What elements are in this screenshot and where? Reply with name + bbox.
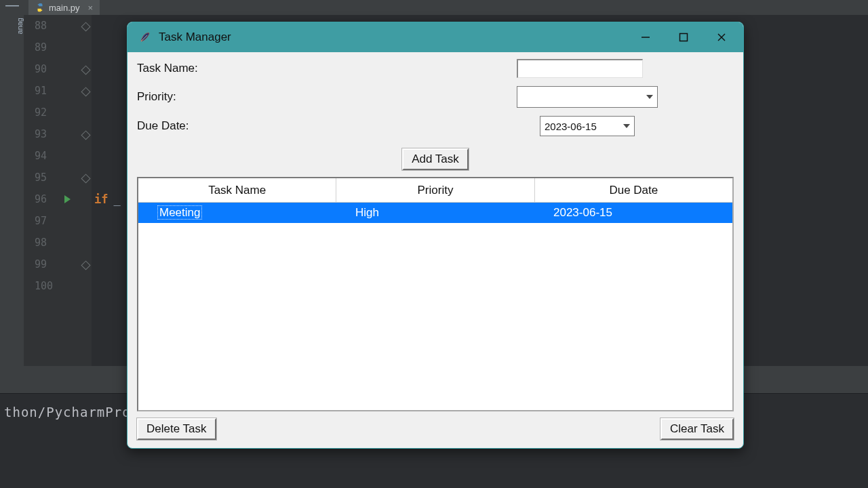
gutter-line: 95 <box>24 167 91 188</box>
gutter-line: 93 <box>24 123 91 145</box>
tree-header-priority[interactable]: Priority <box>336 178 534 202</box>
close-button[interactable] <box>703 22 741 52</box>
gutter-line: 100 <box>24 275 91 297</box>
fold-icon[interactable] <box>81 174 90 183</box>
due-date-picker[interactable]: 2023-06-15 <box>540 116 635 136</box>
add-task-row: Add Task <box>137 148 734 170</box>
close-tab-icon[interactable]: × <box>88 3 94 13</box>
due-date-row: Due Date: 2023-06-15 <box>137 116 734 136</box>
gutter-line: 98 <box>24 232 91 253</box>
fold-icon[interactable] <box>81 260 90 270</box>
fold-icon[interactable] <box>81 87 90 96</box>
tree-body: MeetingHigh2023-06-15 <box>138 203 732 223</box>
gutter-line: 96 <box>24 188 91 210</box>
gutter-line: 91 <box>24 80 91 102</box>
fold-icon[interactable] <box>81 130 90 140</box>
gutter-line: 97 <box>24 210 91 232</box>
bottom-button-row: Delete Task Clear Task <box>137 418 734 440</box>
gutter-line: 99 <box>24 253 91 275</box>
priority-row: Priority: <box>137 86 734 108</box>
cell-priority: High <box>336 206 534 220</box>
ide-sidebar-label: anag <box>16 18 24 34</box>
ide-file-tab[interactable]: main.py × <box>28 0 100 15</box>
task-manager-window: Task Manager Task Name: Priority: <box>127 22 744 449</box>
window-title: Task Manager <box>159 30 231 44</box>
due-date-label: Due Date: <box>137 119 189 133</box>
window-controls <box>627 22 741 52</box>
maximize-button[interactable] <box>665 22 703 52</box>
cell-due-date: 2023-06-15 <box>534 206 732 220</box>
svg-rect-2 <box>680 34 688 41</box>
fold-icon[interactable] <box>81 65 90 75</box>
gutter-line: 90 <box>24 58 91 80</box>
gutter-line: 92 <box>24 102 91 123</box>
window-body: Task Name: Priority: Due Date: 2023-06-1… <box>127 52 743 448</box>
minimize-button[interactable] <box>627 22 665 52</box>
ide-gutter: 888990919293949596979899100 <box>24 15 92 393</box>
ide-tab-bar: — main.py × <box>0 0 868 15</box>
tree-header-name[interactable]: Task Name <box>138 178 336 202</box>
priority-label: Priority: <box>137 90 176 104</box>
add-task-button[interactable]: Add Task <box>402 148 469 170</box>
cell-task-name: Meeting <box>157 205 202 220</box>
run-gutter-icon[interactable] <box>64 195 71 203</box>
chevron-down-icon <box>623 124 630 128</box>
gutter-line: 89 <box>24 37 91 58</box>
ide-collapse-icon[interactable]: — <box>5 0 19 13</box>
ide-tab-filename: main.py <box>49 3 80 13</box>
task-name-label: Task Name: <box>137 62 198 75</box>
tk-feather-icon <box>134 26 156 48</box>
clear-task-button[interactable]: Clear Task <box>660 418 734 440</box>
due-date-value: 2023-06-15 <box>545 121 597 132</box>
priority-combobox[interactable] <box>517 86 658 108</box>
task-name-input[interactable] <box>517 59 643 78</box>
delete-task-button[interactable]: Delete Task <box>137 418 216 440</box>
fold-icon[interactable] <box>81 22 90 31</box>
gutter-line: 88 <box>24 15 91 37</box>
chevron-down-icon <box>646 95 653 99</box>
python-file-icon <box>35 3 45 12</box>
task-tree[interactable]: Task Name Priority Due Date MeetingHigh2… <box>137 177 734 411</box>
task-name-row: Task Name: <box>137 59 734 78</box>
titlebar[interactable]: Task Manager <box>127 22 743 52</box>
tree-header-due[interactable]: Due Date <box>535 178 732 202</box>
terminal-text: thon/PycharmProje <box>4 405 147 420</box>
tree-header[interactable]: Task Name Priority Due Date <box>138 178 732 203</box>
gutter-line: 94 <box>24 145 91 167</box>
table-row[interactable]: MeetingHigh2023-06-15 <box>138 203 732 223</box>
